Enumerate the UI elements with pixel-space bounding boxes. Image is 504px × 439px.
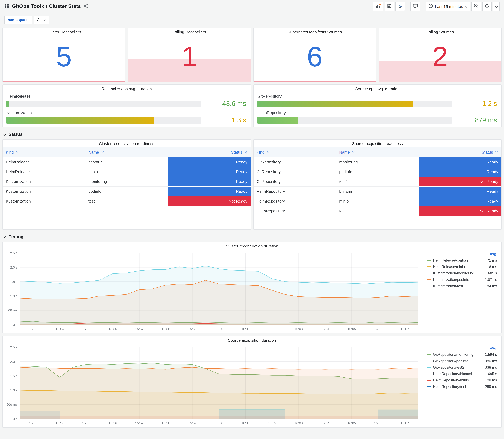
panel-title[interactable]: Failing Sources xyxy=(379,28,501,36)
column-header-kind[interactable]: Kind xyxy=(254,147,336,157)
panel-title[interactable]: Source ops avg. duration xyxy=(257,85,498,93)
gauge-bar xyxy=(257,117,298,123)
panel-title[interactable]: Source acquisition duration xyxy=(3,336,501,344)
legend-item[interactable]: HelmRelease/minio 16 ms xyxy=(427,263,497,270)
svg-text:16:01: 16:01 xyxy=(241,327,250,331)
panel-title[interactable]: Cluster reconciliation readiness xyxy=(3,139,250,147)
variable-label-namespace[interactable]: namespace xyxy=(4,16,32,24)
cell-kind: GitRepository xyxy=(254,167,336,177)
filter-icon[interactable] xyxy=(101,150,104,155)
legend-item[interactable]: GitRepository/podinfo 980 ms xyxy=(427,358,497,364)
time-series-plot[interactable]: 0 s500 ms1.0 s1.5 s2.0 s2.5 s15:5315:541… xyxy=(4,250,422,332)
panel-title[interactable]: Kubernetes Manifests Sources xyxy=(254,28,376,36)
column-header-name[interactable]: Name xyxy=(85,147,168,157)
svg-text:1.0 s: 1.0 s xyxy=(10,294,17,298)
legend-avg-header[interactable]: avg xyxy=(427,252,497,257)
panel-title[interactable]: Reconciler ops avg. duration xyxy=(6,85,247,93)
legend-item[interactable]: GitRepository/test2 338 ms xyxy=(427,364,497,370)
series-avg-value: 108 ms xyxy=(481,378,497,382)
svg-text:15:55: 15:55 xyxy=(82,421,90,425)
cell-name: podinfo xyxy=(85,187,168,196)
svg-text:15:59: 15:59 xyxy=(188,327,197,331)
variable-value-dropdown[interactable]: All xyxy=(34,16,49,24)
table-row: GitRepository monitoring Ready xyxy=(254,157,501,167)
time-picker-button[interactable]: Last 15 minutes xyxy=(426,2,470,11)
svg-text:0 s: 0 s xyxy=(13,323,17,327)
legend-item[interactable]: HelmRepository/minio 108 ms xyxy=(427,377,497,383)
series-color-marker xyxy=(427,386,431,387)
refresh-interval-button[interactable] xyxy=(493,2,500,11)
cell-kind: GitRepository xyxy=(254,177,336,187)
column-header-status[interactable]: Status xyxy=(419,147,501,157)
cell-name: podinfo xyxy=(336,167,419,177)
series-avg-value: 1.695 s xyxy=(481,372,497,376)
legend-avg-header[interactable]: avg xyxy=(427,346,497,351)
table-row: HelmRepository bitnami Ready xyxy=(254,187,501,196)
gauge-row: Kustomization 1.3 s xyxy=(6,110,247,124)
legend-item[interactable]: Kustomization/podinfo 1.071 s xyxy=(427,276,497,283)
legend-item[interactable]: HelmRelease/contour 71 ms xyxy=(427,257,497,263)
zoom-out-button[interactable] xyxy=(471,2,481,11)
share-icon[interactable] xyxy=(84,3,88,9)
panel-title[interactable]: Cluster Reconcilers xyxy=(3,28,125,36)
gauge-row: HelmRelease 43.6 ms xyxy=(6,94,247,108)
cell-name: test2 xyxy=(336,177,419,187)
svg-text:2.5 s: 2.5 s xyxy=(10,251,17,255)
panel-title[interactable]: Failing Reconcilers xyxy=(128,28,251,36)
apps-icon[interactable] xyxy=(4,3,9,10)
table-row: Kustomization podinfo Ready xyxy=(3,187,250,196)
chart-legend: avg HelmRelease/contour 71 ms HelmReleas… xyxy=(422,250,499,332)
cell-name: bitnami xyxy=(336,187,419,196)
save-dashboard-button[interactable] xyxy=(385,2,394,11)
chevron-down-icon xyxy=(495,4,498,9)
tv-icon xyxy=(413,3,418,10)
svg-text:16:04: 16:04 xyxy=(321,421,329,425)
svg-text:16:02: 16:02 xyxy=(268,421,276,425)
filter-icon[interactable] xyxy=(16,150,19,155)
svg-text:16:00: 16:00 xyxy=(215,421,223,425)
legend-item[interactable]: HelmRepository/bitnami 1.695 s xyxy=(427,370,497,377)
filter-icon[interactable] xyxy=(495,150,498,155)
table-row: GitRepository test2 Not Ready xyxy=(254,177,501,187)
gauge-label: Kustomization xyxy=(7,110,247,115)
time-series-plot[interactable]: 0 s500 ms1.0 s1.5 s2.0 s2.5 s15:5315:541… xyxy=(4,344,422,426)
section-header-timing[interactable]: Timing xyxy=(3,234,501,239)
refresh-button[interactable] xyxy=(482,2,492,11)
svg-text:16:07: 16:07 xyxy=(401,421,409,425)
filter-icon[interactable] xyxy=(352,150,355,155)
chevron-down-icon xyxy=(3,234,6,239)
section-header-status[interactable]: Status xyxy=(3,132,501,137)
cell-status: Not Ready xyxy=(419,177,501,187)
series-avg-value: 1.071 s xyxy=(481,277,497,282)
add-panel-button[interactable] xyxy=(373,2,383,11)
svg-text:2.0 s: 2.0 s xyxy=(10,266,17,269)
column-header-status[interactable]: Status xyxy=(168,147,250,157)
svg-text:16:06: 16:06 xyxy=(374,327,382,331)
navbar: GitOps Toolkit Cluster Stats ⚙ xyxy=(2,0,502,13)
table-header: Kind Name Status xyxy=(3,147,250,157)
column-header-kind[interactable]: Kind xyxy=(3,147,85,157)
column-header-name[interactable]: Name xyxy=(336,147,419,157)
stat-value: 2 xyxy=(379,42,501,71)
legend-item[interactable]: Kustomization/test 84 ms xyxy=(427,283,497,289)
legend-item[interactable]: GitRepository/monitoring 1.594 s xyxy=(427,351,497,358)
legend-item[interactable]: Kustomization/monitoring 1.605 s xyxy=(427,270,497,276)
svg-text:16:02: 16:02 xyxy=(268,327,276,331)
panel-title[interactable]: Source acquisition readiness xyxy=(254,139,501,147)
chevron-down-icon xyxy=(465,4,467,9)
panel-title[interactable]: Cluster reconciliation duration xyxy=(3,242,501,250)
cycle-view-button[interactable] xyxy=(410,2,420,11)
filter-icon[interactable] xyxy=(244,150,247,155)
cell-status: Ready xyxy=(168,167,250,177)
dashboard-page: GitOps Toolkit Cluster Stats ⚙ xyxy=(0,0,504,439)
filter-icon[interactable] xyxy=(266,150,270,155)
cell-name: minio xyxy=(336,196,419,206)
stat-panel: Cluster Reconcilers 5 xyxy=(2,27,125,82)
series-avg-value: 84 ms xyxy=(481,284,497,288)
gauge-bar xyxy=(257,100,413,107)
legend-item[interactable]: HelmRepository/test 289 ms xyxy=(427,383,497,390)
dashboard-settings-button[interactable]: ⚙ xyxy=(395,2,405,11)
table-row: Kustomization test Not Ready xyxy=(3,196,250,206)
bar-gauge-panel: Source ops avg. duration GitRepository 1… xyxy=(253,85,502,127)
series-avg-value: 1.605 s xyxy=(481,271,497,275)
